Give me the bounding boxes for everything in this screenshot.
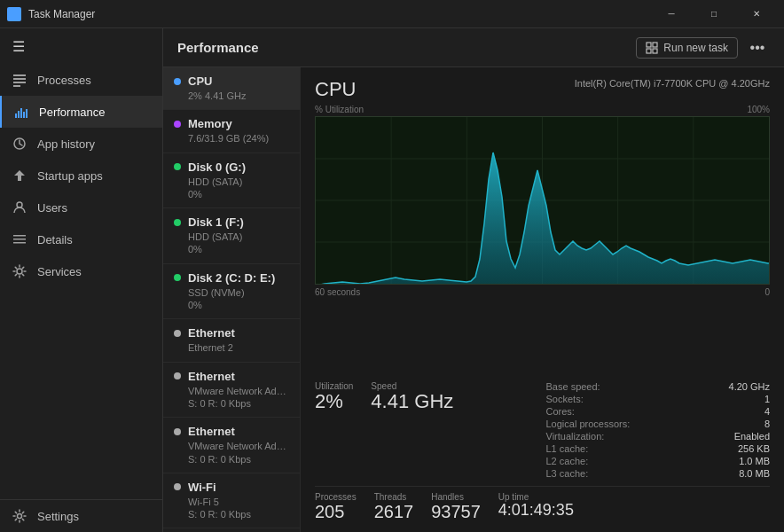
utilization-stat: Utilization 2%: [315, 381, 353, 479]
threads-stat-label: Threads: [374, 492, 414, 502]
l2-label: L2 cache:: [546, 456, 589, 466]
hamburger-icon: ☰: [12, 38, 25, 55]
device-item-ethernet2[interactable]: Ethernet VMware Network Adapter VM S: 0 …: [163, 363, 300, 419]
disk0-device-name: Disk 0 (G:): [188, 160, 246, 174]
minimize-button[interactable]: ─: [651, 0, 692, 28]
sidebar-item-details[interactable]: Details: [0, 223, 162, 255]
titlebar: Task Manager ─ □ ✕: [0, 0, 784, 28]
content-header: Performance Run new task •••: [163, 28, 784, 67]
services-label: Services: [37, 265, 82, 278]
svg-rect-13: [13, 242, 26, 244]
virtualization-value: Enabled: [734, 431, 770, 442]
svg-rect-1: [13, 78, 26, 80]
close-button[interactable]: ✕: [736, 0, 777, 28]
svg-rect-8: [26, 109, 27, 118]
y-max-label: 100%: [747, 105, 770, 114]
window-controls: ─ □ ✕: [651, 0, 777, 28]
cores-value: 4: [764, 406, 770, 417]
cpu-bottom-stats: Processes 205 Threads 2617 Handles 93757…: [315, 486, 770, 521]
sockets-label: Sockets:: [546, 394, 584, 404]
performance-icon: [12, 103, 30, 121]
processes-icon: [11, 71, 28, 89]
hamburger-menu[interactable]: ☰: [0, 28, 162, 64]
device-item-disk0[interactable]: Disk 0 (G:) HDD (SATA) 0%: [163, 153, 300, 209]
device-list: CPU 2% 4.41 GHz Memory 7.6/31.9 GB (24%): [163, 67, 301, 532]
speed-stat: Speed 4.41 GHz: [371, 381, 453, 479]
l1-value: 256 KB: [738, 443, 770, 454]
memory-device-name: Memory: [188, 117, 232, 130]
threads-stat-value: 2617: [374, 502, 414, 521]
base-speed-value: 4.20 GHz: [729, 381, 770, 392]
handles-stat-label: Handles: [431, 492, 481, 502]
svg-rect-11: [13, 235, 26, 237]
device-item-ethernet3[interactable]: Ethernet VMware Network Adapter VM S: 0 …: [163, 418, 300, 473]
sidebar-item-app-history[interactable]: App history: [0, 128, 162, 160]
svg-rect-19: [653, 49, 657, 53]
speed-value: 4.41 GHz: [371, 391, 453, 412]
sidebar-item-startup-apps[interactable]: Startup apps: [0, 160, 162, 192]
svg-rect-7: [23, 112, 25, 118]
cpu-device-name: CPU: [188, 74, 212, 88]
settings-label: Settings: [37, 510, 79, 523]
content-title: Performance: [177, 40, 636, 55]
cpu-stats-row: Utilization 2% Speed 4.41 GHz Base speed…: [315, 381, 770, 479]
startup-icon: [11, 167, 28, 184]
wifi-device-name: Wi-Fi: [188, 481, 216, 494]
disk2-device-name: Disk 2 (C: D: E:): [188, 271, 275, 285]
device-item-bluetooth[interactable]: Bluetooth PAN Bluetooth Network Connect: [163, 528, 300, 532]
sidebar-bottom: Settings: [0, 499, 162, 532]
sidebar: ☰ Processes: [0, 28, 163, 532]
x-seconds-label: 60 seconds: [315, 287, 360, 297]
device-item-disk2[interactable]: Disk 2 (C: D: E:) SSD (NVMe) 0%: [163, 264, 300, 320]
processes-label: Processes: [37, 74, 91, 87]
cpu-detail-view: CPU Intel(R) Core(TM) i7-7700K CPU @ 4.2…: [301, 67, 784, 532]
device-item-cpu[interactable]: CPU 2% 4.41 GHz: [163, 67, 300, 110]
l3-label: L3 cache:: [546, 468, 589, 479]
sidebar-item-services[interactable]: Services: [0, 255, 162, 287]
cpu-info-grid: Base speed: 4.20 GHz Sockets: 1 Cores: 4: [546, 381, 771, 479]
cpu-title: CPU: [315, 78, 356, 101]
sidebar-item-settings[interactable]: Settings: [0, 500, 162, 532]
run-new-task-button[interactable]: Run new task: [636, 37, 738, 59]
sidebar-item-performance[interactable]: Performance: [0, 96, 162, 128]
virtualization-label: Virtualization:: [546, 431, 605, 442]
cpu-stats-left: Utilization 2% Speed 4.41 GHz: [315, 381, 539, 479]
svg-rect-4: [15, 113, 17, 118]
eth2-status-dot: [174, 372, 181, 379]
eth1-device-sub: Ethernet 2: [174, 341, 289, 354]
more-options-button[interactable]: •••: [745, 35, 770, 60]
disk0-status-dot: [174, 163, 181, 170]
uptime-stat: Up time 4:01:49:35: [498, 492, 574, 521]
processes-stat-value: 205: [315, 502, 357, 521]
disk0-device-sub1: HDD (SATA): [174, 176, 289, 188]
device-item-disk1[interactable]: Disk 1 (F:) HDD (SATA) 0%: [163, 208, 300, 264]
svg-point-10: [17, 202, 22, 207]
maximize-button[interactable]: □: [694, 0, 734, 28]
l1-label: L1 cache:: [546, 443, 589, 454]
app-body: ☰ Processes: [0, 28, 784, 532]
services-icon: [11, 262, 28, 280]
details-label: Details: [37, 233, 73, 246]
cpu-model: Intel(R) Core(TM) i7-7700K CPU @ 4.20GHz: [575, 78, 770, 89]
details-icon: [11, 231, 28, 248]
svg-rect-18: [647, 49, 651, 53]
cpu-header: CPU Intel(R) Core(TM) i7-7700K CPU @ 4.2…: [315, 78, 770, 101]
svg-point-15: [18, 514, 22, 519]
device-item-wifi[interactable]: Wi-Fi Wi-Fi 5 S: 0 R: 0 Kbps: [163, 473, 300, 529]
wifi-device-sub1: Wi-Fi 5: [174, 496, 289, 508]
cpu-status-dot: [174, 78, 181, 85]
memory-status-dot: [174, 121, 181, 128]
sidebar-item-processes[interactable]: Processes: [0, 64, 162, 96]
content-area: Performance Run new task •••: [163, 28, 784, 532]
uptime-value: 4:01:49:35: [498, 502, 574, 520]
disk0-device-sub2: 0%: [174, 188, 289, 200]
device-item-memory[interactable]: Memory 7.6/31.9 GB (24%): [163, 110, 300, 153]
disk1-device-sub2: 0%: [174, 243, 289, 255]
threads-stat: Threads 2617: [374, 492, 414, 521]
sidebar-item-users[interactable]: Users: [0, 192, 162, 223]
l3-value: 8.0 MB: [739, 468, 770, 479]
svg-rect-17: [653, 43, 657, 47]
device-item-ethernet1[interactable]: Ethernet Ethernet 2: [163, 319, 300, 362]
eth2-device-name: Ethernet: [188, 370, 235, 383]
eth1-device-name: Ethernet: [188, 326, 235, 340]
